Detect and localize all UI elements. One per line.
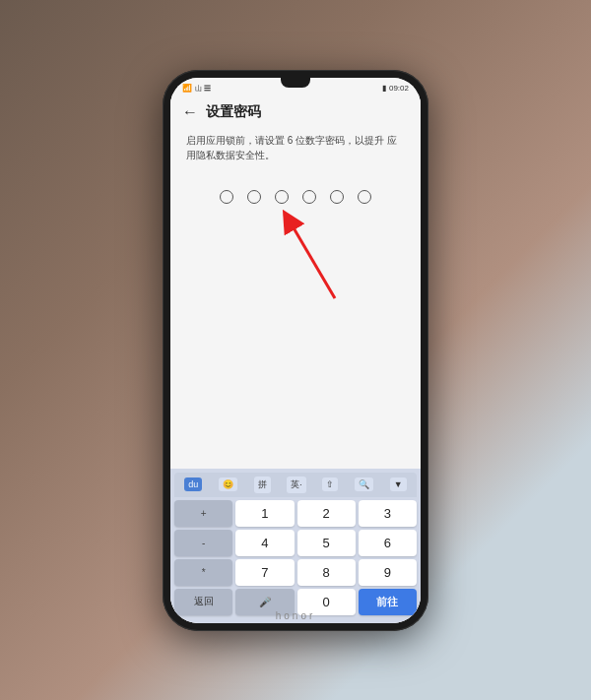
key-7[interactable]: 7	[235, 559, 294, 586]
page-title: 设置密码	[206, 103, 261, 121]
pin-input-area	[170, 170, 421, 469]
toolbar-hide[interactable]: ▼	[390, 477, 407, 491]
arrow-annotation	[271, 200, 350, 322]
key-minus[interactable]: -	[174, 530, 232, 556]
keyboard-grid: + 1 2 3 - 4 5 6 * 7 8 9	[174, 500, 417, 586]
key-asterisk[interactable]: *	[174, 559, 232, 586]
key-6[interactable]: 6	[359, 530, 417, 556]
pin-dot-5	[330, 190, 344, 204]
sim-text: 山 ☰	[195, 84, 211, 94]
key-9[interactable]: 9	[359, 559, 417, 586]
key-8[interactable]: 8	[297, 559, 356, 586]
toolbar-search[interactable]: 🔍	[355, 477, 373, 491]
pin-dots-row	[220, 190, 371, 204]
title-bar: ← 设置密码	[170, 95, 421, 125]
svg-line-1	[289, 220, 335, 298]
pin-dot-1	[220, 190, 233, 204]
pin-dot-2	[247, 190, 261, 204]
key-plus[interactable]: +	[174, 500, 232, 527]
signal-icon: 📶	[182, 84, 192, 93]
time-display: 09:02	[389, 84, 409, 93]
status-right: ▮ 09:02	[382, 84, 409, 93]
description-text: 启用应用锁前，请设置 6 位数字密码，以提升 应用隐私数据安全性。	[170, 125, 421, 170]
battery-icon: ▮	[382, 84, 386, 93]
key-1[interactable]: 1	[235, 500, 294, 527]
keyboard-toolbar: du 😊 拼 英· ⇧ 🔍 ▼	[174, 473, 417, 497]
key-4[interactable]: 4	[235, 530, 294, 556]
back-button[interactable]: ←	[182, 103, 198, 121]
toolbar-du[interactable]: du	[184, 477, 202, 491]
phone-notch	[281, 78, 310, 88]
phone-screen: 📶 山 ☰ ▮ 09:02 ← 设置密码 启用应用锁前，请设置 6 位数字密码，…	[170, 78, 421, 623]
toolbar-pinyin[interactable]: 拼	[254, 477, 271, 493]
brand-label: honor	[170, 610, 421, 621]
status-left: 📶 山 ☰	[182, 84, 211, 94]
app-content: ← 设置密码 启用应用锁前，请设置 6 位数字密码，以提升 应用隐私数据安全性。	[170, 95, 421, 623]
phone-device: 📶 山 ☰ ▮ 09:02 ← 设置密码 启用应用锁前，请设置 6 位数字密码，…	[163, 70, 428, 631]
toolbar-emoji[interactable]: 😊	[219, 477, 237, 491]
key-2[interactable]: 2	[297, 500, 356, 527]
pin-dot-6	[358, 190, 371, 204]
key-5[interactable]: 5	[297, 530, 356, 556]
key-3[interactable]: 3	[359, 500, 417, 527]
pin-dot-4	[302, 190, 316, 204]
keyboard: du 😊 拼 英· ⇧ 🔍 ▼ + 1 2 3 - 4	[170, 469, 421, 623]
pin-dot-3	[275, 190, 289, 204]
toolbar-english[interactable]: 英·	[287, 477, 306, 493]
toolbar-shift[interactable]: ⇧	[322, 477, 338, 491]
